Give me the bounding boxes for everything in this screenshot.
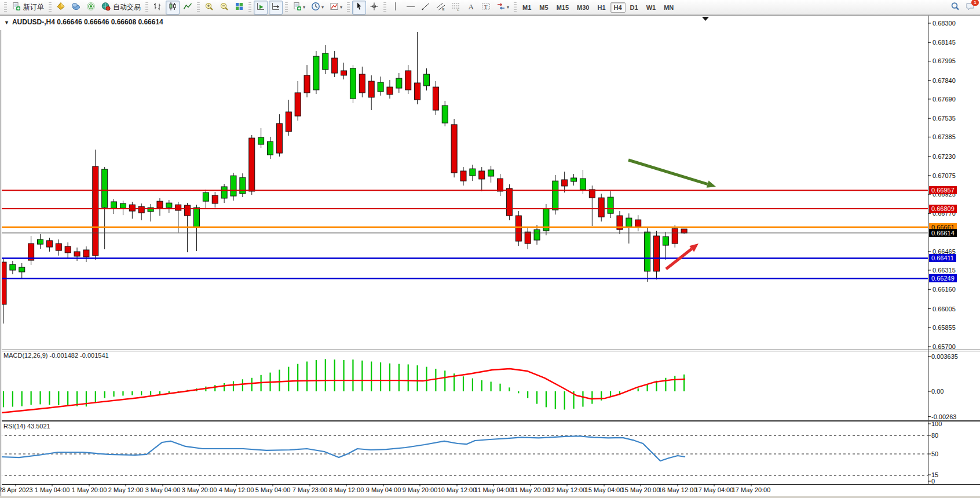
- rsi-axis-tick[interactable]: 0: [931, 478, 935, 485]
- price-axis-tick[interactable]: 0.68145: [933, 39, 956, 46]
- downtrend-arrow[interactable]: [628, 160, 708, 184]
- bar-ohlc-button[interactable]: [151, 1, 164, 14]
- toolbar-grip[interactable]: [285, 2, 288, 13]
- line-chart-button[interactable]: [181, 1, 195, 14]
- candles-button[interactable]: [166, 1, 180, 14]
- time-axis-label[interactable]: 9 May 04:00: [366, 486, 401, 493]
- tile-windows-button[interactable]: [232, 1, 246, 14]
- periods-button[interactable]: ▾: [309, 1, 326, 14]
- fibonacci-button[interactable]: F: [449, 1, 463, 14]
- time-axis-label[interactable]: 5 May 04:00: [255, 486, 291, 493]
- horizontal-line-icon: [406, 2, 415, 13]
- time-axis-label[interactable]: 11 May 20:00: [511, 486, 550, 493]
- time-axis-label[interactable]: 15 May 04:00: [585, 486, 624, 493]
- price-axis-tick[interactable]: 0.65855: [933, 324, 956, 331]
- zoom-out-icon: [220, 2, 229, 13]
- macd-axis-tick[interactable]: 0.003635: [931, 353, 958, 360]
- time-axis-label[interactable]: 9 May 20:00: [403, 486, 438, 493]
- templates-dropdown-icon[interactable]: ▾: [340, 5, 342, 10]
- time-axis-label[interactable]: 2 May 12:00: [108, 486, 144, 493]
- chat-button[interactable]: 1: [963, 1, 977, 14]
- equidistant-channel-button[interactable]: E: [434, 1, 448, 14]
- toolbar-grip[interactable]: [4, 2, 7, 13]
- time-axis-label[interactable]: 11 May 04:00: [474, 486, 513, 493]
- timeframe-m5-button[interactable]: M5: [536, 2, 551, 13]
- macd-axis-tick[interactable]: -0.00263: [931, 413, 956, 420]
- price-axis-tick[interactable]: 0.67995: [933, 57, 956, 64]
- time-axis-label[interactable]: 4 May 12:00: [219, 486, 254, 493]
- arrows-shapes-button[interactable]: ▾: [494, 1, 511, 14]
- time-axis-label[interactable]: 10 May 12:00: [438, 486, 477, 493]
- vertical-line-button[interactable]: [389, 1, 403, 14]
- autotrade-button[interactable]: 自动交易: [99, 1, 143, 14]
- new-order-button[interactable]: 新订单: [9, 1, 46, 14]
- rsi-axis-tick[interactable]: 50: [931, 450, 938, 457]
- time-axis-label[interactable]: 12 May 12:00: [548, 486, 587, 493]
- time-axis-label[interactable]: 17 May 20:00: [732, 486, 771, 493]
- indicators-dropdown-icon[interactable]: ▾: [303, 5, 305, 10]
- chart-shift-button[interactable]: [269, 1, 283, 14]
- horizontal-line-button[interactable]: [404, 1, 418, 14]
- toolbar-grip[interactable]: [49, 2, 52, 13]
- zoom-out-button[interactable]: [217, 1, 231, 14]
- time-axis-label[interactable]: 17 May 04:00: [695, 486, 734, 493]
- text-button[interactable]: A: [464, 1, 478, 14]
- toolbar-grip[interactable]: [383, 2, 386, 13]
- price-axis-tick[interactable]: 0.67535: [933, 115, 956, 122]
- price-axis-tick[interactable]: 0.66005: [933, 306, 956, 312]
- timeframe-h1-button[interactable]: H1: [594, 2, 609, 13]
- terminal-window: 新订单自动交易▾▾▾EFAT▾M1M5M15M30H1H4D1W1MN1 ▼AU…: [0, 0, 980, 498]
- macd-axis-tick[interactable]: 0.00: [931, 388, 944, 395]
- price-axis-tick[interactable]: 0.67690: [933, 96, 956, 103]
- timeframe-w1-button[interactable]: W1: [643, 2, 660, 13]
- timeframe-m30-button[interactable]: M30: [573, 2, 593, 13]
- templates-button[interactable]: ▾: [327, 1, 345, 14]
- indicators-button[interactable]: ▾: [290, 1, 308, 14]
- toolbar-grip[interactable]: [347, 2, 350, 13]
- trendline-button[interactable]: [419, 1, 433, 14]
- toolbar-grip[interactable]: [248, 2, 251, 13]
- toolbar-grip[interactable]: [514, 2, 517, 13]
- time-axis-label[interactable]: 1 May 20:00: [72, 486, 107, 493]
- crosshair-button[interactable]: [367, 1, 381, 14]
- search-button[interactable]: [948, 1, 962, 14]
- time-axis-label[interactable]: 28 Apr 2023: [0, 486, 33, 493]
- timeframe-m1-button[interactable]: M1: [519, 2, 535, 13]
- chart-canvas[interactable]: [0, 15, 980, 498]
- toolbar-grip[interactable]: [197, 2, 200, 13]
- text-label-button[interactable]: T: [479, 1, 493, 14]
- time-axis-label[interactable]: 1 May 04:00: [35, 486, 70, 493]
- zoom-in-button[interactable]: [202, 1, 216, 14]
- time-axis-label[interactable]: 8 May 12:00: [329, 486, 364, 493]
- time-axis-label[interactable]: 3 May 04:00: [145, 486, 181, 493]
- periods-dropdown-icon[interactable]: ▾: [321, 5, 324, 10]
- price-axis-tick[interactable]: 0.66315: [933, 267, 956, 274]
- timeframe-m15-button[interactable]: M15: [553, 2, 572, 13]
- indicators-icon: [292, 2, 302, 13]
- time-axis-label[interactable]: 3 May 20:00: [182, 486, 217, 493]
- rsi-axis-tick[interactable]: 100: [931, 420, 942, 427]
- rsi-axis-tick[interactable]: 80: [931, 432, 938, 439]
- svg-text:T: T: [484, 3, 488, 9]
- price-axis-tick[interactable]: 0.67385: [933, 133, 956, 140]
- price-axis-tick[interactable]: 0.68300: [933, 20, 956, 27]
- price-axis-tick[interactable]: 0.67075: [933, 172, 956, 179]
- arrows-shapes-dropdown-icon[interactable]: ▾: [507, 5, 509, 10]
- crayon-button[interactable]: [54, 1, 68, 14]
- auto-scroll-button[interactable]: [254, 1, 268, 14]
- timeframe-d1-button[interactable]: D1: [627, 2, 642, 13]
- time-axis-label[interactable]: 15 May 20:00: [621, 486, 660, 493]
- toolbar-grip[interactable]: [145, 2, 148, 13]
- signal-button[interactable]: [84, 1, 98, 14]
- cursor-button[interactable]: [352, 1, 366, 14]
- timeframe-h4-button[interactable]: H4: [610, 2, 626, 13]
- terminal-button[interactable]: [69, 1, 83, 14]
- time-axis-label[interactable]: 16 May 12:00: [659, 486, 697, 493]
- price-axis-tick[interactable]: 0.66160: [933, 286, 956, 293]
- price-axis-tick[interactable]: 0.67230: [933, 153, 956, 160]
- price-axis-tick[interactable]: 0.65700: [933, 343, 956, 350]
- chevron-down-icon[interactable]: ▼: [4, 20, 9, 26]
- price-axis-tick[interactable]: 0.67840: [933, 77, 956, 84]
- time-axis-label[interactable]: 7 May 23:00: [292, 486, 328, 493]
- timeframe-mn-button[interactable]: MN: [660, 2, 677, 13]
